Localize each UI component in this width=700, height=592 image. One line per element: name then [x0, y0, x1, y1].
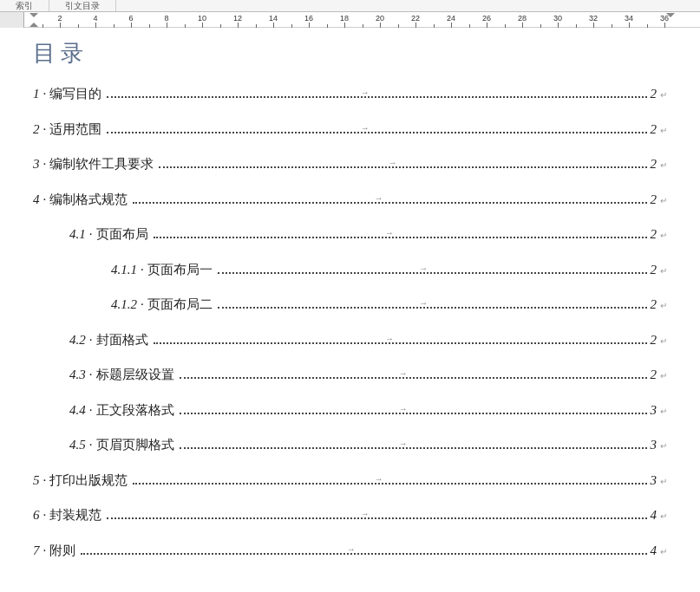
toc-entry-label: 编写目的 — [49, 84, 101, 104]
ruler-tick — [540, 24, 541, 28]
ruler-number: 14 — [269, 14, 278, 23]
toc-entry[interactable]: 6·封装规范 →4↵ — [33, 505, 667, 525]
toc-entry[interactable]: 5·打印出版规范 →3↵ — [33, 471, 667, 491]
toc-leader-dots: → — [107, 517, 646, 519]
paragraph-mark-icon: ↵ — [660, 264, 667, 277]
ruler-tick — [380, 23, 381, 28]
toc-entry[interactable]: 4.5·页眉页脚格式 →3↵ — [33, 435, 667, 455]
tab-mark-icon: → — [399, 402, 408, 415]
ruler-tick — [78, 24, 79, 28]
toc-entry-label: 封装规范 — [49, 505, 101, 525]
paragraph-mark-icon: ↵ — [660, 545, 667, 558]
toc-entry-number: 3 — [33, 154, 40, 174]
ruler-tick — [149, 24, 150, 28]
ruler-tick — [505, 24, 506, 28]
toc-leader-dots: → — [218, 272, 647, 274]
toc-entry[interactable]: 3·编制软件工具要求 →2↵ — [33, 154, 667, 174]
toc-entry[interactable]: 1·编写目的 →2↵ — [33, 84, 667, 104]
toc-entry[interactable]: 4.1.2·页面布局二 →2↵ — [33, 295, 667, 315]
toc-entry-number: 4.5 — [69, 435, 86, 455]
toc-entry[interactable]: 4.1·页面布局 →2↵ — [33, 224, 667, 244]
toc-entry-number: 4.4 — [69, 400, 86, 420]
toc-entry[interactable]: 4.3·标题层级设置 →2↵ — [33, 365, 667, 385]
toc-entry-page: 2 — [651, 295, 657, 315]
tab-mark-icon: → — [385, 226, 394, 239]
toc-entry-number: 4.2 — [69, 330, 86, 350]
ruler-tick — [327, 24, 328, 28]
toc-entry-number: 4.1.2 — [111, 295, 137, 315]
ruler-number: 36 — [660, 14, 669, 23]
ruler-number: 20 — [376, 14, 384, 23]
toc-entry-number: 7 — [33, 541, 40, 561]
toc-leader-dots: → — [107, 132, 646, 133]
ruler-tick — [60, 23, 61, 28]
toc-entry[interactable]: 7·附则 →4↵ — [33, 541, 667, 561]
paragraph-mark-icon: ↵ — [660, 88, 667, 101]
ruler-tick — [273, 23, 274, 28]
toc-leader-dots: → — [180, 413, 647, 414]
toc-entry-page: 2 — [651, 190, 657, 210]
paragraph-mark-icon: ↵ — [660, 159, 667, 172]
paragraph-mark-icon: ↵ — [660, 405, 667, 418]
toc-leader-dots: → — [133, 202, 646, 204]
horizontal-ruler[interactable]: 24681012141618202224262830323436 — [0, 12, 700, 28]
ruler-number: 22 — [411, 14, 420, 23]
toc-entry-label: 页面布局一 — [147, 260, 213, 280]
toc-entry-label: 适用范围 — [49, 120, 101, 140]
ruler-tick — [43, 24, 43, 28]
ruler-left-margin — [0, 12, 24, 28]
tab-index[interactable]: 索引 — [0, 0, 49, 11]
toc-entry-page: 3 — [651, 400, 657, 420]
ruler-tick — [593, 23, 594, 28]
ruler-tick — [202, 23, 203, 28]
ruler-tick — [664, 23, 665, 28]
ruler-number: 4 — [93, 14, 97, 23]
ruler-number: 32 — [589, 14, 598, 23]
toc-entry-number: 1 — [33, 84, 40, 104]
toc-separator-dot: · — [43, 120, 47, 140]
ruler-tick — [612, 24, 612, 28]
toc-entry[interactable]: 2·适用范围 →2↵ — [33, 120, 667, 140]
ruler-number: 34 — [625, 14, 633, 23]
ribbon-tab-bar: 索引 引文目录 — [0, 0, 700, 12]
paragraph-mark-icon: ↵ — [660, 510, 667, 523]
ruler-tick — [469, 24, 470, 28]
ruler-tick — [629, 23, 630, 28]
document-page: 目录 1·编写目的 →2↵2·适用范围 →2↵3·编制软件工具要求 →2↵4·编… — [0, 28, 700, 584]
toc-entry-page: 2 — [651, 260, 657, 280]
ruler-number: 24 — [447, 14, 455, 23]
toc-entry[interactable]: 4.1.1·页面布局一 →2↵ — [33, 260, 667, 280]
tab-citation-toc[interactable]: 引文目录 — [49, 0, 116, 11]
hanging-indent-marker[interactable] — [29, 23, 38, 27]
toc-leader-dots: → — [154, 237, 647, 238]
toc-entry[interactable]: 4.4·正文段落格式 →3↵ — [33, 400, 667, 420]
toc-entry-page: 2 — [651, 84, 657, 104]
toc-separator-dot: · — [43, 541, 47, 561]
tab-mark-icon: → — [385, 332, 394, 345]
first-line-indent-marker[interactable] — [29, 13, 38, 17]
toc-separator-dot: · — [89, 330, 93, 350]
ruler-number: 18 — [340, 14, 349, 23]
toc-separator-dot: · — [89, 365, 93, 385]
ruler-tick — [114, 24, 114, 28]
toc-entry[interactable]: 4·编制格式规范 →2↵ — [33, 190, 667, 210]
toc-entry-label: 附则 — [49, 541, 75, 561]
paragraph-mark-icon: ↵ — [660, 439, 667, 452]
toc-entry-page: 3 — [651, 435, 657, 455]
ruler-tick — [167, 23, 167, 28]
toc-separator-dot: · — [43, 84, 47, 104]
ruler-tick — [576, 24, 577, 28]
toc-entry-label: 标题层级设置 — [96, 365, 174, 385]
toc-separator-dot: · — [43, 190, 47, 210]
toc-entry-number: 4 — [33, 190, 40, 210]
toc-entry[interactable]: 4.2·封面格式 →2↵ — [33, 330, 667, 350]
tab-mark-icon: → — [375, 472, 383, 485]
toc-leader-dots: → — [154, 342, 647, 344]
ruler-tick — [95, 23, 96, 28]
ruler-tick — [558, 23, 559, 28]
toc-entry-label: 页面布局二 — [147, 295, 213, 315]
toc-entry-number: 5 — [33, 471, 40, 491]
ruler-number: 10 — [198, 14, 206, 23]
ruler-number: 30 — [553, 14, 562, 23]
toc-leader-dots: → — [218, 307, 647, 309]
